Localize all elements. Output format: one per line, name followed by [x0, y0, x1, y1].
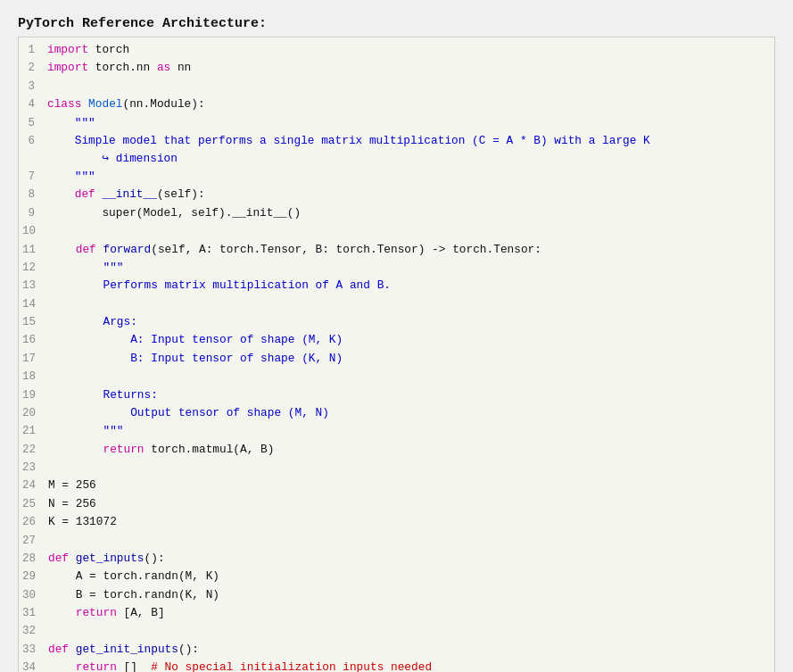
line-content: import torch — [44, 41, 774, 59]
code-line: 18 — [19, 368, 774, 386]
code-line: 33 def get_init_inputs(): — [19, 641, 774, 659]
line-content: N = 256 — [45, 495, 774, 513]
line-number: 29 — [19, 568, 45, 585]
line-content — [45, 622, 774, 640]
page-container: PyTorch Reference Architecture: 1 import… — [0, 0, 793, 672]
code-line: 2 import torch.nn as nn — [19, 59, 774, 77]
line-content: M = 256 — [45, 477, 774, 494]
line-content — [45, 532, 774, 550]
line-content: def forward(self, A: torch.Tensor, B: to… — [45, 241, 774, 259]
line-content: B: Input tensor of shape (K, N) — [45, 350, 774, 368]
line-content: ↪ dimension — [44, 150, 774, 168]
line-content: import torch.nn as nn — [44, 59, 774, 77]
line-number: 20 — [19, 405, 45, 422]
code-line: 34 return [] # No special initialization… — [19, 659, 774, 672]
code-line: 7 """ — [19, 168, 774, 186]
line-content — [45, 295, 774, 313]
line-number: 30 — [19, 587, 45, 604]
code-line: 8 def __init__(self): — [19, 186, 774, 203]
line-number: 16 — [19, 332, 45, 349]
line-content: A = torch.randn(M, K) — [45, 568, 774, 585]
line-content: K = 131072 — [45, 513, 774, 531]
line-number: 28 — [19, 551, 45, 568]
line-content — [45, 459, 774, 477]
line-number: 19 — [19, 387, 45, 404]
line-content: """ — [45, 422, 774, 440]
code-line: 13 Performs matrix multiplication of A a… — [19, 277, 774, 295]
line-content: return [] # No special initialization in… — [45, 659, 774, 672]
line-content: Returns: — [45, 386, 774, 404]
code-line: 20 Output tensor of shape (M, N) — [19, 404, 774, 422]
line-number: 7 — [19, 169, 44, 186]
line-content: def get_init_inputs(): — [45, 641, 774, 659]
code-line: 19 Returns: — [19, 386, 774, 404]
line-content: def __init__(self): — [44, 186, 774, 203]
line-number: 22 — [19, 442, 45, 459]
line-content: return [A, B] — [45, 604, 774, 622]
code-line: 27 — [19, 532, 774, 550]
line-number: 12 — [19, 260, 45, 277]
line-number: 10 — [19, 223, 45, 240]
line-content: Output tensor of shape (M, N) — [45, 404, 774, 422]
code-line: 24 M = 256 — [19, 477, 774, 494]
line-content: Simple model that performs a single matr… — [44, 132, 774, 150]
code-line: ↪ dimension — [19, 150, 774, 168]
code-line: 28 def get_inputs(): — [19, 550, 774, 568]
code-line: 1 import torch — [19, 41, 774, 59]
line-number: 24 — [19, 477, 45, 494]
line-number: 3 — [19, 79, 44, 95]
code-line: 21 """ — [19, 422, 774, 440]
line-number: 11 — [19, 242, 45, 259]
line-number: 4 — [19, 96, 44, 113]
line-number: 33 — [19, 642, 45, 659]
line-content: def get_inputs(): — [45, 550, 774, 568]
line-number: 34 — [19, 660, 45, 672]
line-content: Performs matrix multiplication of A and … — [45, 277, 774, 295]
line-number: 18 — [19, 369, 45, 386]
code-block: 1 import torch 2 import torch.nn as nn 3… — [18, 37, 775, 672]
line-content: return torch.matmul(A, B) — [45, 441, 774, 459]
line-content: B = torch.randn(K, N) — [45, 586, 774, 604]
code-line: 17 B: Input tensor of shape (K, N) — [19, 350, 774, 368]
line-content — [44, 78, 774, 95]
code-line: 9 super(Model, self).__init__() — [19, 204, 774, 222]
code-line: 4 class Model(nn.Module): — [19, 95, 774, 113]
line-number: 14 — [19, 296, 45, 313]
line-content: super(Model, self).__init__() — [44, 204, 774, 222]
code-line: 12 """ — [19, 259, 774, 277]
line-content: Args: — [45, 313, 774, 331]
line-number: 32 — [19, 623, 45, 640]
line-number: 26 — [19, 514, 45, 531]
line-number: 21 — [19, 423, 45, 440]
code-line: 16 A: Input tensor of shape (M, K) — [19, 331, 774, 349]
line-content — [45, 222, 774, 240]
code-line: 31 return [A, B] — [19, 604, 774, 622]
code-line: 22 return torch.matmul(A, B) — [19, 441, 774, 459]
code-line: 23 — [19, 459, 774, 477]
code-line: 10 — [19, 222, 774, 240]
code-line: 25 N = 256 — [19, 495, 774, 513]
section-title: PyTorch Reference Architecture: — [18, 16, 775, 31]
line-content — [45, 368, 774, 386]
code-line: 6 Simple model that performs a single ma… — [19, 132, 774, 150]
line-number: 27 — [19, 533, 45, 550]
line-number: 5 — [19, 115, 44, 132]
line-number: 15 — [19, 314, 45, 331]
line-content: """ — [44, 168, 774, 186]
code-line: 30 B = torch.randn(K, N) — [19, 586, 774, 604]
line-number: 25 — [19, 496, 45, 513]
code-line: 11 def forward(self, A: torch.Tensor, B:… — [19, 241, 774, 259]
line-number: 8 — [19, 187, 44, 203]
line-number: 6 — [19, 133, 44, 150]
line-number: 17 — [19, 351, 45, 368]
line-number: 2 — [19, 60, 44, 77]
line-number: 13 — [19, 278, 45, 295]
code-line: 32 — [19, 622, 774, 640]
line-content: """ — [45, 259, 774, 277]
line-number: 23 — [19, 460, 45, 477]
line-number: 9 — [19, 205, 44, 222]
line-content: class Model(nn.Module): — [44, 95, 774, 113]
code-line: 5 """ — [19, 114, 774, 132]
code-line: 15 Args: — [19, 313, 774, 331]
line-content: """ — [44, 114, 774, 132]
